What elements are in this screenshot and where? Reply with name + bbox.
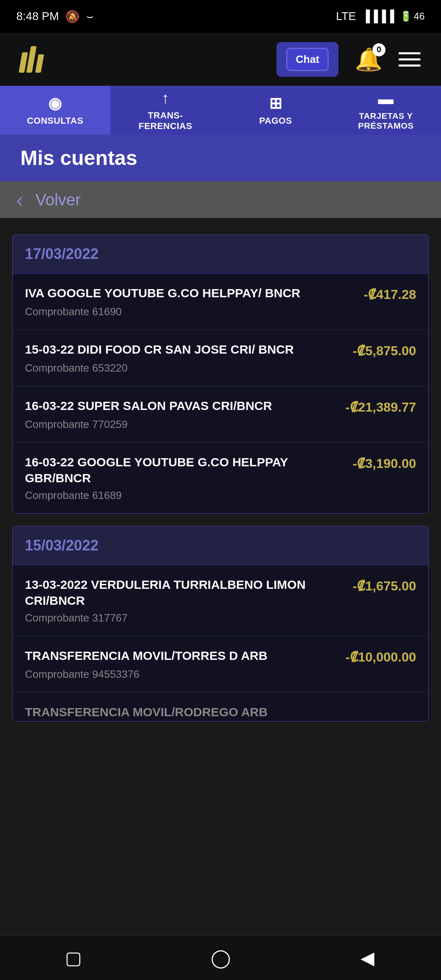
notification-badge: 0 (372, 43, 385, 56)
logo-stripe-3 (35, 54, 44, 73)
transaction-item-partial[interactable]: TRANSFERENCIA MOVIL/RODREGO ARB (13, 693, 428, 721)
menu-line-1 (399, 52, 421, 54)
time: 8:48 PM (16, 10, 59, 23)
transaction-top: IVA GOOGLE YOUTUBE G.CO HELPPAY/ BNCR -₡… (25, 285, 416, 302)
square-icon: ▢ (65, 947, 82, 968)
transferencias-icon: ↑ (161, 89, 169, 107)
transaction-comprobante: Comprobante 770259 (25, 418, 416, 431)
transaction-name: IVA GOOGLE YOUTUBE G.CO HELPPAY/ BNCR (25, 285, 355, 301)
back-label[interactable]: Volver (36, 191, 81, 209)
tab-pagos[interactable]: ⊞ PAGOS (220, 86, 331, 135)
chat-button[interactable]: Chat (276, 42, 339, 77)
consultas-icon: ◉ (48, 94, 62, 112)
notification-button[interactable]: 🔔 0 (355, 47, 382, 72)
transaction-comprobante: Comprobante 61689 (25, 489, 416, 502)
logo-stripe-2 (26, 46, 36, 73)
tab-tarjetas-label: TARJETAS YPRÉSTAMOS (358, 111, 414, 131)
transaction-item[interactable]: 15-03-22 DIDI FOOD CR SAN JOSE CRI/ BNCR… (13, 330, 428, 386)
transaction-item[interactable]: IVA GOOGLE YOUTUBE G.CO HELPPAY/ BNCR -₡… (13, 274, 428, 330)
date-label-2: 15/03/2022 (25, 537, 98, 554)
transaction-name: 13-03-2022 VERDULERIA TURRIALBENO LIMON … (25, 577, 345, 608)
transaction-name: TRANSFERENCIA MOVIL/RODREGO ARB (25, 704, 416, 720)
transaction-comprobante: Comprobante 653220 (25, 362, 416, 374)
transaction-amount: -₡1,675.00 (353, 577, 416, 594)
transaction-top: TRANSFERENCIA MOVIL/RODREGO ARB (25, 704, 416, 720)
tab-transferencias[interactable]: ↑ TRANS-FERENCIAS (110, 86, 220, 135)
headset-icon: ⌣ (86, 10, 94, 23)
tab-consultas-label: CONSULTAS (27, 116, 83, 126)
date-label-1: 17/03/2022 (25, 245, 98, 262)
back-arrow-icon[interactable]: ‹ (16, 188, 23, 212)
tab-transferencias-label: TRANS-FERENCIAS (138, 110, 192, 131)
transaction-name: 16-03-22 GOOGLE YOUTUBE G.CO HELPPAY GBR… (25, 454, 345, 486)
page-title: Mis cuentas (20, 146, 421, 170)
transaction-name: 15-03-22 DIDI FOOD CR SAN JOSE CRI/ BNCR (25, 341, 345, 357)
tarjetas-icon: ▬ (378, 90, 394, 108)
tab-pagos-label: PAGOS (259, 116, 292, 126)
status-right: LTE ▐▐▐▐ 🔋 46 (336, 10, 425, 23)
transaction-comprobante: Comprobante 61690 (25, 305, 416, 318)
date-section-2: 15/03/2022 13-03-2022 VERDULERIA TURRIAL… (12, 526, 429, 722)
bottom-nav: ▢ ◯ ◀ (0, 935, 441, 980)
transaction-top: 13-03-2022 VERDULERIA TURRIALBENO LIMON … (25, 577, 416, 608)
transaction-amount: -₡417.28 (363, 285, 416, 302)
date-section-1: 17/03/2022 IVA GOOGLE YOUTUBE G.CO HELPP… (12, 234, 429, 514)
date-header-2: 15/03/2022 (13, 526, 428, 565)
transaction-amount: -₡10,000.00 (345, 648, 416, 665)
pagos-icon: ⊞ (269, 94, 283, 112)
transaction-top: 16-03-22 GOOGLE YOUTUBE G.CO HELPPAY GBR… (25, 454, 416, 486)
header-actions: Chat 🔔 0 (276, 42, 421, 77)
menu-line-3 (399, 65, 421, 67)
status-bar: 8:48 PM 🔕 ⌣ LTE ▐▐▐▐ 🔋 46 (0, 0, 441, 33)
transaction-comprobante: Comprobante 94553376 (25, 668, 416, 681)
transaction-top: 16-03-22 SUPER SALON PAVAS CRI/BNCR -₡21… (25, 398, 416, 415)
tab-tarjetas[interactable]: ▬ TARJETAS YPRÉSTAMOS (331, 86, 441, 135)
back-nav-icon: ◀ (361, 947, 374, 968)
page-header: Mis cuentas (0, 135, 441, 181)
status-left: 8:48 PM 🔕 ⌣ (16, 10, 94, 23)
nav-square-button[interactable]: ▢ (57, 944, 90, 972)
lte-label: LTE (336, 10, 356, 23)
nav-back-button[interactable]: ◀ (351, 944, 384, 972)
main-content: 17/03/2022 IVA GOOGLE YOUTUBE G.CO HELPP… (0, 218, 441, 953)
transaction-item[interactable]: 16-03-22 SUPER SALON PAVAS CRI/BNCR -₡21… (13, 386, 428, 443)
transaction-comprobante: Comprobante 317767 (25, 612, 416, 624)
transaction-top: 15-03-22 DIDI FOOD CR SAN JOSE CRI/ BNCR… (25, 341, 416, 359)
menu-button[interactable] (399, 52, 421, 67)
logo-stripes (20, 46, 42, 73)
transaction-item[interactable]: TRANSFERENCIA MOVIL/TORRES D ARB -₡10,00… (13, 636, 428, 693)
circle-icon: ◯ (211, 947, 231, 968)
transaction-amount: -₡21,389.77 (345, 398, 416, 415)
transaction-amount: -₡3,190.00 (353, 454, 416, 471)
transaction-top: TRANSFERENCIA MOVIL/TORRES D ARB -₡10,00… (25, 648, 416, 665)
transaction-item[interactable]: 13-03-2022 VERDULERIA TURRIALBENO LIMON … (13, 565, 428, 636)
mute-icon: 🔕 (65, 10, 80, 23)
tab-consultas[interactable]: ◉ CONSULTAS (0, 86, 110, 135)
nav-home-button[interactable]: ◯ (204, 944, 237, 972)
section-gap (12, 514, 429, 526)
signal-icon: ▐▐▐▐ (362, 10, 394, 23)
transaction-name: 16-03-22 SUPER SALON PAVAS CRI/BNCR (25, 398, 337, 414)
back-bar[interactable]: ‹ Volver (0, 181, 441, 218)
transaction-name: TRANSFERENCIA MOVIL/TORRES D ARB (25, 648, 337, 664)
nav-tabs: ◉ CONSULTAS ↑ TRANS-FERENCIAS ⊞ PAGOS ▬ … (0, 86, 441, 135)
app-header: Chat 🔔 0 (0, 33, 441, 86)
battery-icon: 🔋 46 (400, 11, 425, 22)
logo (20, 46, 42, 73)
date-header-1: 17/03/2022 (13, 235, 428, 274)
menu-line-2 (399, 58, 421, 60)
transaction-amount: -₡5,875.00 (353, 341, 416, 359)
transaction-item[interactable]: 16-03-22 GOOGLE YOUTUBE G.CO HELPPAY GBR… (13, 443, 428, 513)
chat-label: Chat (286, 48, 329, 71)
